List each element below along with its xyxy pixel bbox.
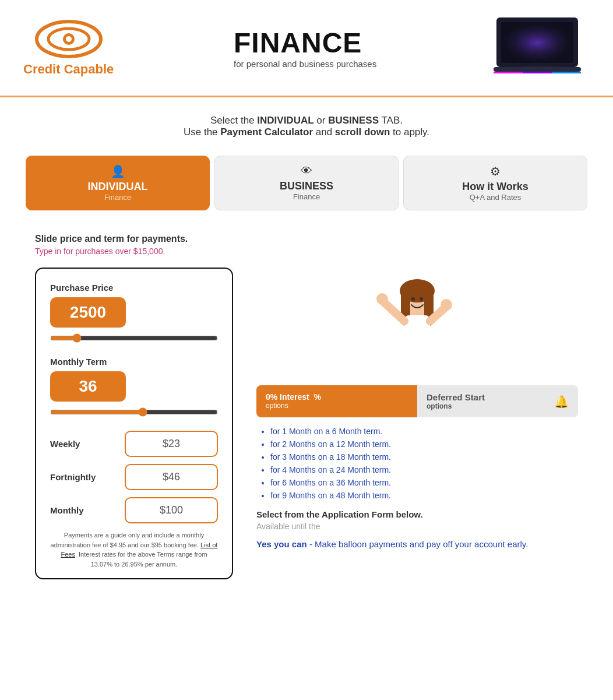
calculator-left: Slide price and term for payments. Type … <box>35 234 233 579</box>
monthly-label: Monthly <box>50 505 114 515</box>
deferred-tab[interactable]: Deferred Start options 🔔 <box>417 385 578 417</box>
person-illustration <box>256 269 578 376</box>
business-tab-icon: 👁 <box>227 164 386 178</box>
business-tab-title: BUSINESS <box>227 180 386 192</box>
purchase-price-label: Purchase Price <box>50 283 218 293</box>
yes-you-can-text: Yes you can - Make balloon payments and … <box>256 539 578 549</box>
interest-tab[interactable]: 0% Interest % options <box>256 385 417 417</box>
svg-point-3 <box>66 36 72 42</box>
calc-footnote: Payments are a guide only and include a … <box>50 530 218 569</box>
bullet-item-4: for 4 Months on a 24 Month term. <box>270 465 578 474</box>
bullet-item-2: for 2 Months on a 12 Month term. <box>270 439 578 449</box>
finance-title: FINANCE <box>234 27 376 59</box>
monthly-term-label: Monthly Term <box>50 357 218 367</box>
hero-line1: Select the INDIVIDUAL or BUSINESS TAB. <box>12 115 601 126</box>
interest-tab-label: 0% Interest % <box>266 392 408 402</box>
credit-capable-logo-svg <box>34 19 104 59</box>
tab-how-it-works[interactable]: ⚙ How it Works Q+A and Rates <box>403 156 587 210</box>
business-highlight: BUSINESS <box>328 115 379 126</box>
select-form-text: Select from the Application Form below. <box>256 509 578 519</box>
fortnightly-label: Fortnightly <box>50 472 114 482</box>
interest-tab-sub: options <box>266 402 408 410</box>
svg-rect-11 <box>552 72 581 73</box>
slide-sub: Type in for purchases over $15,000. <box>35 247 233 256</box>
available-until-text: Available until the <box>256 522 578 531</box>
scroll-down-highlight: scroll down <box>335 126 390 138</box>
svg-point-21 <box>411 297 415 301</box>
hero-section: Select the INDIVIDUAL or BUSINESS TAB. U… <box>0 97 613 150</box>
how-it-works-tab-icon: ⚙ <box>415 164 575 178</box>
fortnightly-payment-row: Fortnightly $46 <box>50 464 218 490</box>
logo-text: Credit Capable <box>23 62 114 77</box>
individual-tab-title: INDIVIDUAL <box>38 181 198 193</box>
purchase-price-slider[interactable] <box>50 333 218 343</box>
deferred-tab-label: Deferred Start <box>427 392 485 402</box>
slide-title: Slide price and term for payments. <box>35 234 233 244</box>
deferred-tab-content: Deferred Start options <box>427 392 485 410</box>
monthly-term-slider[interactable] <box>50 407 218 417</box>
laptop-illustration <box>485 12 590 84</box>
fortnightly-value: $46 <box>125 464 218 490</box>
monthly-term-value: 36 <box>50 371 126 402</box>
weekly-label: Weekly <box>50 439 114 449</box>
tab-individual[interactable]: 👤 INDIVIDUAL Finance <box>26 156 210 210</box>
bell-icon: 🔔 <box>554 395 569 409</box>
individual-tab-icon: 👤 <box>38 164 198 178</box>
yes-you-can-rest: - Make balloon payments and pay off your… <box>307 539 529 549</box>
bullet-item-6: for 9 Months on a 48 Month term. <box>270 491 578 500</box>
finance-subtitle: for personal and business purchases <box>234 59 376 69</box>
bullet-item-5: for 6 Months on a 36 Month term. <box>270 478 578 487</box>
individual-tab-sub: Finance <box>38 193 198 202</box>
interest-tab-title: 0% Interest <box>266 392 309 402</box>
svg-point-20 <box>441 299 452 311</box>
select-form-bold: Select from the Application Form below. <box>256 509 423 519</box>
tab-business[interactable]: 👁 BUSINESS Finance <box>214 156 399 210</box>
purchase-price-row: Purchase Price 2500 <box>50 283 218 345</box>
deferred-bullet-list: for 1 Month on a 6 Month term. for 2 Mon… <box>256 427 578 500</box>
deferred-tab-sub: options <box>427 402 485 410</box>
how-it-works-tab-sub: Q+A and Rates <box>415 193 575 202</box>
tab-bar: 👤 INDIVIDUAL Finance 👁 BUSINESS Finance … <box>0 150 613 222</box>
svg-point-22 <box>420 297 423 301</box>
how-it-works-tab-title: How it Works <box>415 181 575 193</box>
monthly-term-row: Monthly Term 36 <box>50 357 218 419</box>
weekly-value: $23 <box>125 431 218 457</box>
interest-deferred-tabs: 0% Interest % options Deferred Start opt… <box>256 385 578 417</box>
svg-rect-8 <box>494 67 581 72</box>
logo-area: Credit Capable <box>23 19 114 77</box>
monthly-value: $100 <box>125 497 218 523</box>
finance-title-area: FINANCE for personal and business purcha… <box>234 27 376 69</box>
individual-highlight: INDIVIDUAL <box>257 115 313 126</box>
payment-calc-highlight: Payment Calculator <box>220 126 313 138</box>
hero-line2: Use the Payment Calculator and scroll do… <box>12 126 601 138</box>
bullet-item-3: for 3 Months on a 18 Month term. <box>270 452 578 462</box>
business-tab-sub: Finance <box>227 192 386 201</box>
right-panel: 0% Interest % options Deferred Start opt… <box>256 234 578 549</box>
weekly-payment-row: Weekly $23 <box>50 431 218 457</box>
svg-point-19 <box>376 293 388 305</box>
monthly-payment-row: Monthly $100 <box>50 497 218 523</box>
interest-tab-percent-icon: % <box>313 392 320 402</box>
page-header: Credit Capable FINANCE for personal and … <box>0 0 613 97</box>
yes-you-can-bold: Yes you can <box>256 539 307 549</box>
purchase-price-value: 2500 <box>50 297 126 328</box>
bullet-item-1: for 1 Month on a 6 Month term. <box>270 427 578 436</box>
calculator-box: Purchase Price 2500 Monthly Term 36 Week… <box>35 268 233 579</box>
svg-rect-6 <box>501 22 573 63</box>
svg-rect-10 <box>523 72 552 73</box>
svg-rect-9 <box>494 72 523 73</box>
available-until-span: Available until the <box>256 522 320 531</box>
calculator-section: Slide price and term for payments. Type … <box>0 222 613 591</box>
